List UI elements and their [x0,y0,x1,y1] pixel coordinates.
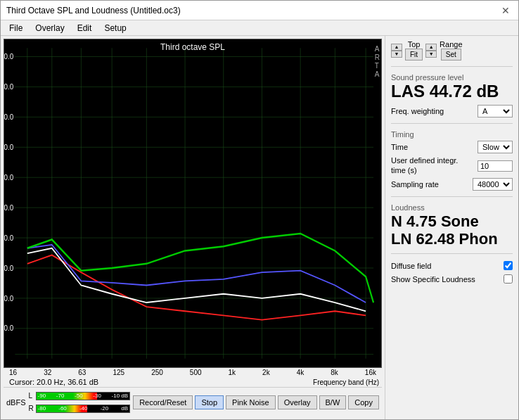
x-label-32: 32 [44,369,51,376]
x-label-250: 250 [151,369,163,376]
right-panel: ▲ ▼ Top Fit ▲ ▼ Range Set Sou [385,36,518,419]
menu-overlay[interactable]: Overlay [30,22,70,34]
tick-R-db: dB [121,405,129,412]
svg-text:70.0: 70.0 [4,143,13,151]
chart-arta: ARTA [375,45,380,79]
x-label-2k: 2k [262,369,270,376]
spl-section: Sound pressure level LAS 44.72 dB [391,72,513,101]
meter-bar-R [37,405,88,412]
action-buttons: Record/Reset Stop Pink Noise Overlay B/W… [130,395,382,409]
menu-edit[interactable]: Edit [72,22,98,34]
user-integr-row: User defined integr. time (s) [391,156,513,174]
timing-section: Timing Time Slow Fast User defined integ… [391,129,513,190]
meter-bar-R-container: -80 -60 -40 -20 dB [36,405,131,413]
loudness-section: Loudness N 4.75 Sone LN 62.48 Phon [391,203,513,248]
range-spinners: ▲ ▼ [425,44,437,58]
diffuse-field-label: Diffuse field [391,262,431,270]
time-row: Time Slow Fast [391,141,513,153]
fit-button[interactable]: Fit [405,49,423,61]
svg-text:90.0: 90.0 [4,83,13,91]
freq-weighting-select[interactable]: A B C Z [478,105,513,117]
top-label: Top [408,40,421,49]
menu-file[interactable]: File [4,22,28,34]
tick-10: -10 dB [112,393,130,399]
stop-button[interactable]: Stop [195,395,224,409]
divider-2 [391,123,513,124]
sampling-rate-row: Sampling rate 44100 48000 [391,178,513,191]
content-area: Third octave SPL dB ARTA [1,36,518,419]
x-label-16k: 16k [365,369,376,376]
show-specific-label: Show Specific Loudness [391,275,475,284]
close-button[interactable]: ✕ [499,4,513,18]
user-integr-input[interactable] [478,160,513,172]
top-up-button[interactable]: ▲ [391,44,402,51]
loudness-ln-value: LN 62.48 Phon [391,230,513,248]
spl-section-label: Sound pressure level [391,73,463,82]
pink-noise-button[interactable]: Pink Noise [226,395,276,409]
menu-bar: File Overlay Edit Setup [1,20,518,36]
x-label-1k: 1k [229,369,236,376]
user-integr-label: User defined integr. time (s) [391,156,461,174]
divider-3 [391,196,513,197]
level-meter: L -90 -70 -50 -30 -10 dB [29,389,131,416]
range-down-button[interactable]: ▼ [425,51,437,58]
x-label-125: 125 [113,369,124,376]
set-button[interactable]: Set [441,49,461,61]
loudness-n-value: N 4.75 Sone [391,212,513,230]
chart-title: Third octave SPL [160,42,225,52]
meter-L-label: L [29,392,36,400]
divider-1 [391,66,513,67]
meter-bar-L-container: -90 -70 -50 -30 -10 dB [36,392,131,400]
freq-weighting-row: Freq. weighting A B C Z [391,105,513,117]
time-label: Time [391,143,408,151]
meter-row-R: R -80 -60 -40 -20 dB [29,403,131,414]
chart-section: Third octave SPL dB ARTA [1,36,385,419]
range-control: Range Set [440,40,462,61]
title-bar: Third Octave SPL and Loudness (Untitled.… [1,1,518,20]
diffuse-field-checkbox[interactable] [504,261,513,270]
cursor-info: Cursor: 20.0 Hz, 36.61 dB [6,377,101,387]
show-specific-row: Show Specific Loudness [391,274,513,284]
x-label-63: 63 [78,369,86,376]
freq-weighting-label: Freq. weighting [391,107,444,115]
svg-text:100.0: 100.0 [4,53,13,61]
overlay-button[interactable]: Overlay [278,395,317,409]
divider-4 [391,253,513,254]
record-reset-button[interactable]: Record/Reset [133,395,193,409]
range-label: Range [440,40,462,49]
top-down-button[interactable]: ▼ [391,51,402,58]
x-label-8k: 8k [331,369,338,376]
meter-R-label: R [29,405,36,412]
svg-text:60.0: 60.0 [4,173,13,182]
dbfs-label: dBFS [4,398,29,407]
bw-button[interactable]: B/W [319,395,347,409]
svg-text:10.0: 10.0 [4,324,13,333]
svg-text:80.0: 80.0 [4,113,13,122]
menu-setup[interactable]: Setup [98,22,132,34]
x-axis-labels: 16 32 63 125 250 500 1k 2k 4k 8k 16k [4,368,382,377]
time-select[interactable]: Slow Fast [478,141,513,153]
x-label-4k: 4k [297,369,305,376]
meter-bar-L [37,393,97,400]
diffuse-field-row: Diffuse field [391,261,513,270]
svg-text:40.0: 40.0 [4,234,13,242]
x-label-16: 16 [9,369,17,376]
chart-container: Third octave SPL dB ARTA [4,39,382,368]
chart-info-row: Cursor: 20.0 Hz, 36.61 dB Frequency band… [4,377,382,387]
spl-value: LAS 44.72 dB [391,82,513,101]
svg-text:30.0: 30.0 [4,264,13,272]
chart-svg: 100.0 90.0 80.0 70.0 60.0 50.0 40.0 30.0… [4,39,381,367]
top-control: Top Fit [405,40,423,61]
window-title: Third Octave SPL and Loudness (Untitled.… [6,6,181,15]
copy-button[interactable]: Copy [348,395,379,409]
bottom-bar: dBFS L -90 -70 -50 -30 -10 dB [4,387,382,416]
show-specific-checkbox[interactable] [504,274,513,284]
svg-text:50.0: 50.0 [4,203,13,212]
top-spinners: ▲ ▼ [391,44,402,58]
top-range-controls: ▲ ▼ Top Fit ▲ ▼ Range Set [391,40,513,61]
meter-row-L: L -90 -70 -50 -30 -10 dB [29,390,131,402]
sampling-rate-select[interactable]: 44100 48000 [473,178,513,191]
svg-rect-0 [4,39,381,367]
loudness-section-label: Loudness [391,203,425,212]
range-up-button[interactable]: ▲ [425,44,437,51]
